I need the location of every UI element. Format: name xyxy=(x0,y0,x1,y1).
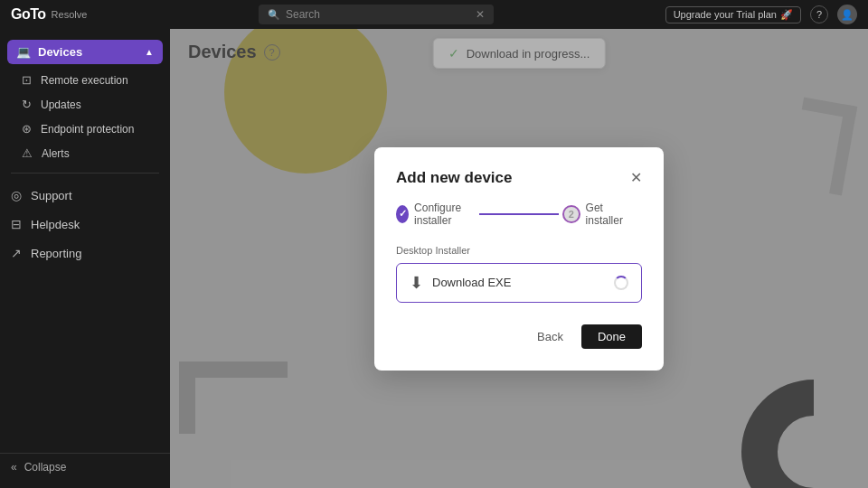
support-icon: ◎ xyxy=(11,188,22,202)
devices-icon: 💻 xyxy=(16,45,31,59)
sidebar-label-reporting: Reporting xyxy=(31,247,81,260)
sidebar-item-updates[interactable]: ↻ Updates xyxy=(0,92,170,117)
avatar-icon: 👤 xyxy=(841,9,854,21)
step-connector xyxy=(479,213,559,215)
search-icon: 🔍 xyxy=(268,9,280,21)
step-1-label: Configure installer xyxy=(414,202,476,227)
content-area: Devices ? ✓ Download in progress... Add … xyxy=(170,29,868,488)
sidebar-item-support[interactable]: ◎ Support xyxy=(0,181,170,210)
main-layout: 💻 Devices ▲ ⊡ Remote execution ↻ Updates… xyxy=(0,29,868,488)
download-exe-label: Download EXE xyxy=(432,276,511,289)
sidebar-sub-label-updates: Updates xyxy=(41,99,81,111)
sidebar-item-helpdesk[interactable]: ⊟ Helpdesk xyxy=(0,210,170,239)
upgrade-button[interactable]: Upgrade your Trial plan 🚀 xyxy=(665,6,801,23)
search-input[interactable] xyxy=(286,8,470,21)
remote-execution-icon: ⊡ xyxy=(22,73,32,87)
reporting-icon: ↗ xyxy=(11,246,22,260)
step-2-indicator: 2 xyxy=(562,205,580,223)
modal-overlay: Add new device ✕ ✓ Configure installer 2… xyxy=(170,29,868,488)
step-1: ✓ Configure installer xyxy=(396,202,476,227)
sidebar-divider xyxy=(11,173,159,174)
modal-title: Add new device xyxy=(396,169,512,187)
steps-indicator: ✓ Configure installer 2 Get installer xyxy=(396,202,642,227)
resolve-logo-text: Resolve xyxy=(52,9,88,20)
close-search-icon[interactable]: ✕ xyxy=(476,8,485,21)
chevron-up-icon: ▲ xyxy=(145,47,154,57)
download-exe-icon: ⬇ xyxy=(410,273,423,293)
goto-logo-text: GoTo xyxy=(11,6,46,23)
rocket-icon: 🚀 xyxy=(780,9,793,21)
sidebar: 💻 Devices ▲ ⊡ Remote execution ↻ Updates… xyxy=(0,29,170,488)
modal-header: Add new device ✕ xyxy=(396,169,642,187)
sidebar-item-reporting[interactable]: ↗ Reporting xyxy=(0,239,170,267)
back-button[interactable]: Back xyxy=(528,324,572,349)
loading-spinner xyxy=(614,276,628,290)
topbar: GoTo Resolve 🔍 ✕ Upgrade your Trial plan… xyxy=(0,0,868,29)
sidebar-sub-label-alerts: Alerts xyxy=(42,147,70,160)
sidebar-item-devices[interactable]: 💻 Devices ▲ xyxy=(7,40,163,64)
sidebar-item-remote-execution[interactable]: ⊡ Remote execution xyxy=(0,68,170,92)
sidebar-devices-label: Devices xyxy=(38,45,82,59)
sidebar-sub-label-endpoint: Endpoint protection xyxy=(41,123,134,136)
logo: GoTo Resolve xyxy=(11,6,87,23)
sidebar-sub-label-remote: Remote execution xyxy=(41,74,128,87)
sidebar-label-helpdesk: Helpdesk xyxy=(31,218,80,231)
sidebar-item-endpoint-protection[interactable]: ⊛ Endpoint protection xyxy=(0,117,170,141)
avatar[interactable]: 👤 xyxy=(837,5,857,24)
search-bar[interactable]: 🔍 ✕ xyxy=(259,5,494,24)
help-icon: ? xyxy=(816,9,822,20)
upgrade-label: Upgrade your Trial plan xyxy=(674,9,777,20)
desktop-installer-label: Desktop Installer xyxy=(396,245,642,256)
topbar-right: Upgrade your Trial plan 🚀 ? 👤 xyxy=(665,5,857,24)
collapse-icon: « xyxy=(11,461,17,474)
collapse-label: Collapse xyxy=(24,461,67,474)
add-device-modal: Add new device ✕ ✓ Configure installer 2… xyxy=(374,147,664,371)
step-2-label: Get installer xyxy=(586,202,642,227)
download-exe-button[interactable]: ⬇ Download EXE xyxy=(396,263,642,303)
help-button[interactable]: ? xyxy=(810,5,828,23)
modal-footer: Back Done xyxy=(396,324,642,349)
updates-icon: ↻ xyxy=(22,98,32,111)
alerts-icon: ⚠ xyxy=(22,146,33,160)
helpdesk-icon: ⊟ xyxy=(11,217,22,231)
sidebar-item-alerts[interactable]: ⚠ Alerts xyxy=(0,141,170,165)
collapse-button[interactable]: « Collapse xyxy=(0,453,170,481)
sidebar-label-support: Support xyxy=(31,189,72,202)
modal-close-button[interactable]: ✕ xyxy=(630,169,642,186)
step-1-indicator: ✓ xyxy=(396,205,409,223)
endpoint-protection-icon: ⊛ xyxy=(22,122,32,136)
done-button[interactable]: Done xyxy=(581,324,642,349)
step-2: 2 Get installer xyxy=(562,202,642,227)
